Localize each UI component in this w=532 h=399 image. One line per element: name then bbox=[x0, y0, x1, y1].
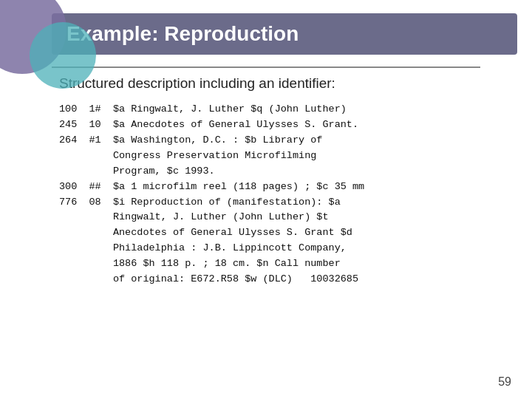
divider bbox=[52, 66, 480, 68]
code-block: 100 1# $a Ringwalt, J. Luther $q (John L… bbox=[59, 102, 510, 287]
slide-title: Example: Reproduction bbox=[66, 22, 502, 46]
slide-container: Example: Reproduction Structured descrip… bbox=[0, 0, 532, 399]
slide-subtitle: Structured description including an iden… bbox=[59, 75, 510, 92]
content-area: Structured description including an iden… bbox=[52, 75, 517, 287]
page-number: 59 bbox=[498, 375, 511, 389]
bg-circle-teal bbox=[30, 22, 96, 89]
title-bar: Example: Reproduction bbox=[52, 13, 517, 55]
